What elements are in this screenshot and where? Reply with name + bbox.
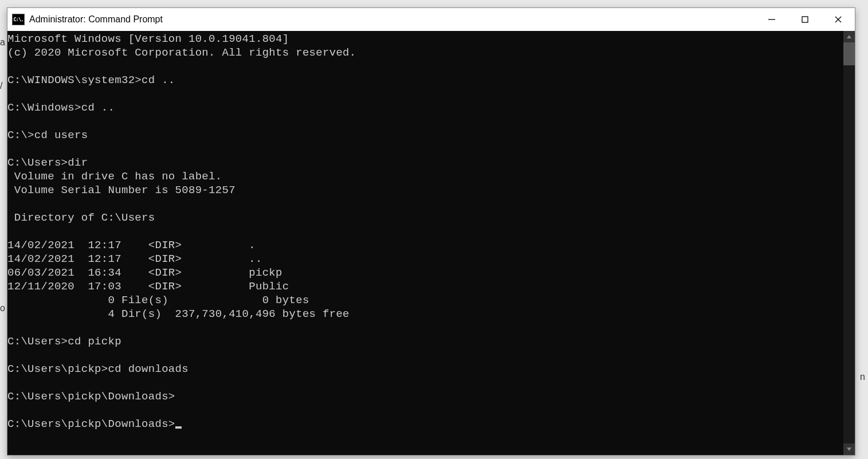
terminal-line <box>7 403 843 417</box>
terminal-line: C:\Users>dir <box>7 156 843 170</box>
terminal-line <box>7 225 843 238</box>
terminal-line <box>7 376 843 390</box>
svg-rect-1 <box>802 17 808 22</box>
background-fragment: o <box>0 303 5 313</box>
terminal-line: 14/02/2021 12:17 <DIR> . <box>7 238 843 252</box>
terminal-line: C:\Users\pickp\Downloads> <box>7 390 843 403</box>
command-prompt-window: C:\. Administrator: Command Prompt Micro… <box>7 7 855 456</box>
terminal-line <box>7 348 843 362</box>
minimize-button[interactable] <box>755 8 788 31</box>
terminal-area: Microsoft Windows [Version 10.0.19041.80… <box>7 31 855 455</box>
scroll-up-arrow[interactable] <box>843 31 855 42</box>
terminal-line: C:\Users>cd pickp <box>7 335 843 348</box>
background-fragment: / <box>0 81 2 91</box>
terminal-line: (c) 2020 Microsoft Corporation. All righ… <box>7 46 843 60</box>
terminal-line: 12/11/2020 17:03 <DIR> Public <box>7 280 843 293</box>
terminal-line: C:\Windows>cd .. <box>7 101 843 115</box>
cursor <box>175 426 182 429</box>
titlebar[interactable]: C:\. Administrator: Command Prompt <box>7 8 855 31</box>
maximize-button[interactable] <box>788 8 822 31</box>
vertical-scrollbar[interactable] <box>843 31 855 455</box>
terminal-line: 0 File(s) 0 bytes <box>7 293 843 307</box>
background-fragment: a <box>0 37 5 48</box>
terminal-line: C:\Users\pickp>cd downloads <box>7 362 843 376</box>
terminal-line: C:\WINDOWS\system32>cd .. <box>7 73 843 87</box>
terminal-line: Microsoft Windows [Version 10.0.19041.80… <box>7 32 843 46</box>
terminal-line: C:\Users\pickp\Downloads> <box>7 417 843 431</box>
window-controls <box>755 8 855 31</box>
scroll-thumb[interactable] <box>843 42 855 65</box>
terminal-line: 4 Dir(s) 237,730,410,496 bytes free <box>7 307 843 321</box>
terminal-line: 14/02/2021 12:17 <DIR> .. <box>7 252 843 266</box>
window-title: Administrator: Command Prompt <box>29 14 755 25</box>
terminal-line: 06/03/2021 16:34 <DIR> pickp <box>7 266 843 280</box>
terminal-line: Volume in drive C has no label. <box>7 170 843 183</box>
close-button[interactable] <box>822 8 855 31</box>
background-fragment: n <box>860 372 865 382</box>
terminal-line <box>7 115 843 128</box>
terminal-line: Directory of C:\Users <box>7 211 843 225</box>
terminal-line: Volume Serial Number is 5089-1257 <box>7 183 843 197</box>
terminal-line <box>7 87 843 101</box>
terminal-line <box>7 321 843 335</box>
scroll-down-arrow[interactable] <box>843 444 855 455</box>
terminal-line <box>7 142 843 156</box>
terminal-line <box>7 197 843 211</box>
scroll-track[interactable] <box>843 42 855 444</box>
terminal-line: C:\>cd users <box>7 128 843 142</box>
cmd-icon: C:\. <box>12 14 25 25</box>
terminal-output[interactable]: Microsoft Windows [Version 10.0.19041.80… <box>7 31 843 455</box>
terminal-line <box>7 60 843 73</box>
